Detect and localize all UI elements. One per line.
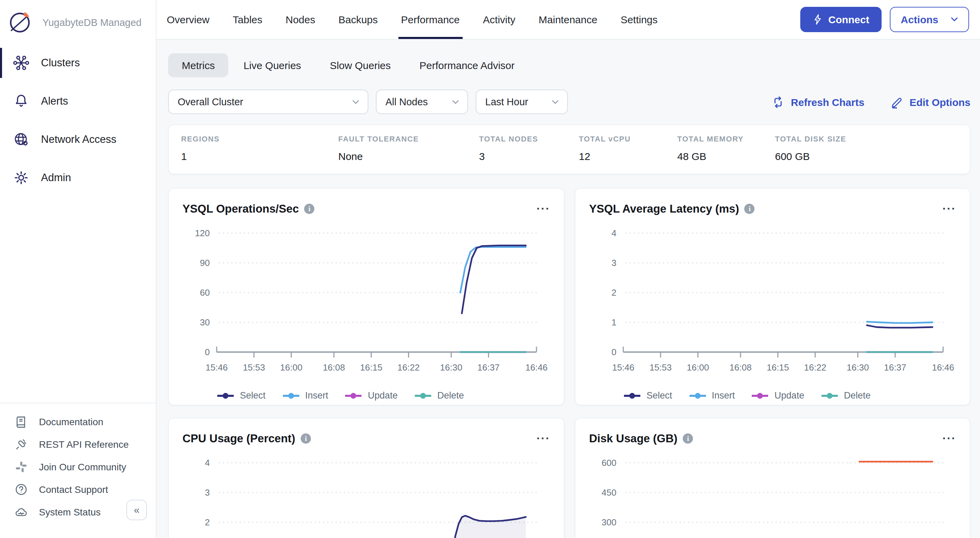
sidebar-item-alerts[interactable]: Alerts [0, 82, 156, 120]
footer-item-label: REST API Reference [39, 439, 129, 449]
nav-tabs: OverviewTablesNodesBackupsPerformanceAct… [167, 0, 658, 39]
chevron-down-icon [452, 99, 459, 104]
legend-item[interactable]: Select [216, 390, 266, 401]
performance-subtabs: MetricsLive QueriesSlow QueriesPerforman… [168, 53, 970, 77]
sidebar-item-network-access[interactable]: Network Access [0, 120, 156, 159]
nodes-select-value: All Nodes [385, 96, 428, 107]
info-icon[interactable]: i [683, 433, 693, 443]
chart-menu-button[interactable]: ··· [536, 432, 550, 444]
svg-text:2: 2 [205, 517, 210, 527]
legend-item[interactable]: Update [751, 390, 804, 401]
subtab[interactable]: Performance Advisor [406, 53, 528, 77]
nodes-select[interactable]: All Nodes [376, 89, 468, 114]
chart-menu-button[interactable]: ··· [536, 203, 550, 214]
connect-label: Connect [828, 14, 869, 25]
nav-tab[interactable]: Overview [167, 0, 210, 39]
nav-tab[interactable]: Maintenance [539, 0, 597, 39]
legend-marker-icon [751, 392, 769, 399]
svg-text:90: 90 [200, 258, 210, 268]
legend-item[interactable]: Select [623, 390, 672, 401]
sidebar-item-label: Admin [41, 172, 71, 184]
chart-actions: Refresh Charts Edit Options [772, 96, 970, 108]
svg-text:3: 3 [205, 487, 210, 498]
sidebar-item-label: Alerts [41, 95, 68, 107]
chart-header: Disk Usage (GB) i ··· [589, 429, 956, 448]
brand-name: YugabyteDB Managed [42, 17, 142, 28]
legend-item[interactable]: Delete [821, 390, 871, 401]
stat-value: 1 [181, 150, 338, 162]
sidebar-spacer [0, 197, 156, 403]
info-icon[interactable]: i [745, 204, 755, 213]
connect-button[interactable]: Connect [800, 7, 881, 32]
edit-options-button[interactable]: Edit Options [891, 96, 970, 108]
sidebar: YugabyteDB Managed Clusters Alerts [0, 0, 156, 538]
stat-value: 600 GB [775, 150, 958, 162]
svg-text:16:22: 16:22 [804, 362, 826, 372]
sidebar-item-documentation[interactable]: Documentation [0, 410, 156, 433]
subtab[interactable]: Metrics [168, 53, 229, 77]
svg-text:3: 3 [612, 258, 616, 268]
footer-item-label: Join Our Community [39, 461, 126, 472]
info-icon[interactable]: i [301, 433, 311, 443]
nav-tab[interactable]: Nodes [286, 0, 315, 39]
content-area: MetricsLive QueriesSlow QueriesPerforman… [156, 40, 980, 538]
stat-label: TOTAL NODES [479, 135, 579, 143]
globe-gear-icon [13, 131, 29, 148]
stat-label: TOTAL MEMORY [677, 135, 775, 143]
chart-header: CPU Usage (Percent) i ··· [183, 429, 550, 448]
ysql-operations-line-chart: 120906030015:4615:5316:0016:0816:1516:22… [183, 224, 550, 388]
svg-text:15:46: 15:46 [612, 362, 634, 372]
svg-text:16:08: 16:08 [323, 362, 345, 372]
sidebar-item-clusters[interactable]: Clusters [0, 44, 156, 82]
time-range-select-value: Last Hour [485, 96, 528, 107]
actions-button[interactable]: Actions [890, 7, 969, 32]
legend-item[interactable]: Update [345, 390, 398, 401]
sidebar-item-community[interactable]: Join Our Community [0, 455, 156, 478]
info-icon[interactable]: i [304, 204, 315, 213]
chart-menu-button[interactable]: ··· [942, 432, 956, 444]
chart-card-disk-usage: Disk Usage (GB) i ··· 600450300150015:46… [575, 418, 970, 538]
legend-item[interactable]: Insert [689, 390, 735, 401]
chart-header: YSQL Operations/Sec i ··· [183, 199, 550, 218]
svg-text:16:30: 16:30 [847, 362, 869, 372]
stat-item: TOTAL vCPU 12 [579, 135, 677, 166]
disk-usage-line-chart: 600450300150015:4615:5316:0016:0816:1516… [589, 453, 956, 538]
sidebar-item-admin[interactable]: Admin [0, 159, 156, 197]
svg-text:0: 0 [205, 347, 210, 357]
svg-text:0: 0 [612, 347, 616, 357]
chart-menu-button[interactable]: ··· [942, 203, 956, 214]
cluster-select[interactable]: Overall Cluster [168, 89, 368, 114]
nav-tab[interactable]: Performance [401, 0, 460, 39]
legend-item[interactable]: Insert [282, 390, 328, 401]
brand[interactable]: YugabyteDB Managed [0, 0, 156, 44]
sidebar-collapse-button[interactable]: « [126, 500, 147, 520]
subtab[interactable]: Slow Queries [316, 53, 404, 77]
nav-tab[interactable]: Tables [233, 0, 262, 39]
chevron-down-icon [552, 99, 559, 104]
refresh-charts-button[interactable]: Refresh Charts [772, 96, 864, 108]
chart-card-ysql-operations: YSQL Operations/Sec i ··· 120906030015:4… [168, 188, 565, 405]
sidebar-item-rest-api[interactable]: REST API Reference [0, 433, 156, 455]
subtab[interactable]: Live Queries [230, 53, 315, 77]
stat-label: FAULT TOLERANCE [338, 135, 479, 143]
footer-item-label: System Status [39, 506, 101, 517]
edit-options-label: Edit Options [910, 96, 970, 108]
chart-title: Disk Usage (GB) [589, 432, 678, 445]
nav-tab[interactable]: Activity [483, 0, 515, 39]
legend-marker-icon [821, 392, 838, 399]
charts-grid: YSQL Operations/Sec i ··· 120906030015:4… [168, 188, 970, 538]
svg-text:16:15: 16:15 [360, 362, 382, 372]
actions-label: Actions [901, 14, 938, 25]
svg-text:16:08: 16:08 [730, 362, 752, 372]
refresh-charts-label: Refresh Charts [791, 96, 864, 108]
stat-label: REGIONS [181, 135, 338, 143]
stat-label: TOTAL vCPU [579, 135, 677, 143]
nav-tab[interactable]: Backups [338, 0, 377, 39]
sidebar-item-support[interactable]: Contact Support [0, 478, 156, 500]
sidebar-divider [0, 403, 156, 403]
legend-marker-icon [282, 392, 300, 399]
time-range-select[interactable]: Last Hour [476, 89, 568, 114]
stat-item: FAULT TOLERANCE None [338, 135, 479, 166]
legend-item[interactable]: Delete [414, 390, 464, 401]
nav-tab[interactable]: Settings [620, 0, 657, 39]
